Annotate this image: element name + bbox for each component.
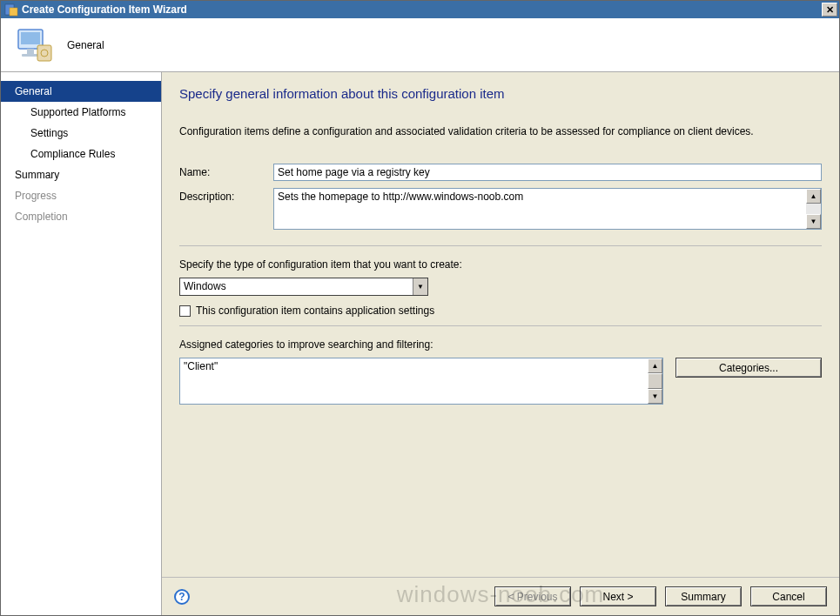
- previous-button: < Previous: [494, 586, 571, 606]
- categories-button[interactable]: Categories...: [675, 358, 822, 378]
- footer: ? < Previous Next > Summary Cancel: [162, 577, 839, 615]
- description-scrollbar[interactable]: ▲ ▼: [806, 189, 821, 229]
- nav-general[interactable]: General: [1, 81, 161, 102]
- next-button[interactable]: Next >: [580, 586, 656, 606]
- scroll-down-icon[interactable]: ▼: [806, 214, 821, 229]
- categories-label: Assigned categories to improve searching…: [179, 338, 822, 351]
- name-row: Name:: [179, 164, 822, 181]
- scroll-down-icon[interactable]: ▼: [648, 389, 662, 404]
- type-dropdown[interactable]: Windows ▼: [179, 278, 428, 296]
- chevron-down-icon: ▼: [413, 278, 427, 295]
- content-pane: Specify general information about this c…: [162, 72, 839, 615]
- intro-text: Configuration items define a configurati…: [179, 125, 822, 137]
- divider-1: [179, 245, 822, 246]
- svg-rect-5: [22, 54, 39, 57]
- nav-settings[interactable]: Settings: [1, 123, 161, 144]
- app-settings-label: This configuration item contains applica…: [196, 305, 434, 317]
- nav-completion: Completion: [1, 206, 161, 227]
- close-icon: ✕: [826, 4, 834, 16]
- app-settings-checkbox[interactable]: [179, 305, 191, 317]
- svg-rect-3: [21, 32, 40, 44]
- type-label: Specify the type of configuration item t…: [179, 258, 822, 271]
- close-button[interactable]: ✕: [822, 3, 837, 17]
- wizard-window: Create Configuration Item Wizard ✕ Gener…: [0, 0, 840, 616]
- categories-row: "Client" ▲ ▼ Categories...: [179, 358, 822, 405]
- type-value: Windows: [180, 278, 413, 295]
- cancel-button[interactable]: Cancel: [750, 586, 827, 606]
- help-icon[interactable]: ?: [174, 589, 190, 605]
- name-label: Name:: [179, 164, 273, 181]
- app-icon: [4, 3, 18, 17]
- body: General Supported Platforms Settings Com…: [1, 72, 839, 615]
- svg-rect-6: [37, 45, 51, 61]
- banner: General: [1, 18, 839, 72]
- description-wrap: ▲ ▼: [273, 188, 822, 230]
- categories-box: "Client" ▲ ▼: [179, 358, 663, 405]
- nav-supported-platforms[interactable]: Supported Platforms: [1, 102, 161, 123]
- categories-scrollbar[interactable]: ▲ ▼: [648, 358, 662, 404]
- nav-summary[interactable]: Summary: [1, 164, 161, 185]
- svg-rect-4: [27, 49, 34, 54]
- app-settings-row: This configuration item contains applica…: [179, 305, 822, 317]
- titlebar: Create Configuration Item Wizard ✕: [1, 1, 839, 18]
- svg-rect-1: [10, 8, 17, 16]
- computer-icon: [13, 24, 55, 66]
- nav-progress: Progress: [1, 185, 161, 206]
- page-heading: Specify general information about this c…: [179, 86, 822, 101]
- sidebar: General Supported Platforms Settings Com…: [1, 72, 162, 615]
- scroll-up-icon[interactable]: ▲: [806, 189, 821, 204]
- description-input[interactable]: [274, 189, 806, 229]
- scroll-up-icon[interactable]: ▲: [648, 358, 662, 373]
- name-input[interactable]: [273, 164, 822, 181]
- banner-title: General: [67, 39, 104, 51]
- categories-value[interactable]: "Client": [180, 358, 648, 404]
- divider-2: [179, 325, 822, 326]
- summary-button[interactable]: Summary: [665, 586, 742, 606]
- description-label: Description:: [179, 188, 273, 230]
- nav-compliance-rules[interactable]: Compliance Rules: [1, 144, 161, 164]
- description-row: Description: ▲ ▼: [179, 188, 822, 230]
- window-title: Create Configuration Item Wizard: [22, 3, 822, 16]
- scroll-thumb[interactable]: [648, 373, 662, 389]
